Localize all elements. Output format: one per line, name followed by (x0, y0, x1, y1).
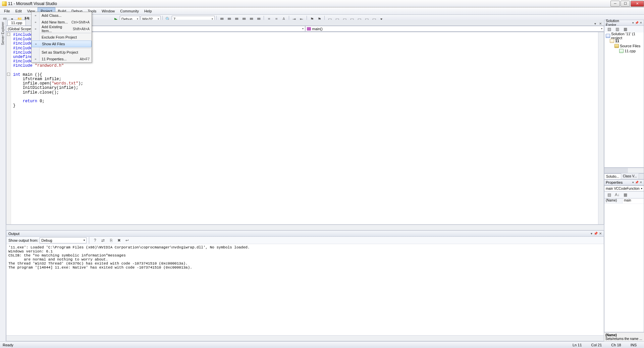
property-value[interactable]: main (623, 198, 644, 204)
panel-pin-icon[interactable]: 📌 (594, 232, 598, 235)
menu-item[interactable]: Exclude From Project (32, 34, 92, 41)
document-tab-strip: 11.cpp ▾ ✕ (6, 20, 604, 26)
output-tool-icon[interactable]: ⇄ (100, 237, 106, 244)
status-insert-mode: INS (626, 343, 641, 347)
panel-close-icon[interactable]: ✕ (640, 21, 642, 24)
properties-title: Properties (606, 180, 623, 184)
se-tool-icon[interactable]: ▦ (622, 26, 629, 33)
title-bar: 11 - Microsoft Visual Studio ─ ☐ ✕ (0, 0, 644, 7)
status-char: Ch 18 (606, 343, 626, 347)
solution-explorer-toolbar: ▤ ▥ ▦ (604, 26, 644, 33)
menu-community[interactable]: Community (117, 7, 142, 14)
folder-icon (614, 44, 619, 48)
toolbar-separator (89, 237, 89, 244)
horizontal-scrollbar[interactable] (6, 225, 604, 230)
newitem-icon: ▫ (33, 19, 38, 25)
output-panel: Output ▾ 📌 ✕ Show output from: Debug▾ ? … (6, 230, 604, 341)
code-editor[interactable]: - - #include #include #include #include … (6, 32, 604, 225)
se-tool-icon[interactable]: ▤ (606, 26, 612, 33)
menu-bar: FileEditViewProjectBuildDebugToolsWindow… (0, 7, 644, 15)
output-wrap-icon[interactable]: ↩ (124, 237, 130, 244)
project-menu-dropdown: ▫Add Class...▫Add New Item...Ctrl+Shift+… (31, 12, 92, 63)
menu-item[interactable]: ▫Show All Files (32, 41, 92, 47)
panel-dropdown-icon[interactable]: ▾ (591, 232, 592, 235)
alpha-icon[interactable]: A↓ (614, 191, 621, 198)
outline-collapse-icon[interactable]: - (7, 33, 10, 36)
properties-desc-title: (Name) (605, 333, 643, 337)
minimize-button[interactable]: ─ (610, 1, 620, 7)
code-text[interactable]: #include #include #include #include #inc… (11, 32, 598, 224)
right-dock: Solution Explor... ▾📌✕ ▤ ▥ ▦ Solution '1… (604, 20, 644, 341)
prop-pages-icon[interactable]: ▦ (622, 191, 629, 198)
indicator-margin: - - (6, 32, 11, 224)
properties-toolbar: ▤ A↓ ▦ (604, 191, 644, 198)
outline-collapse-icon[interactable]: - (7, 73, 10, 76)
properties-desc-text: Sets/returns the name ... (605, 337, 643, 341)
right-tab-strip: Solutio... Class V... (604, 173, 644, 179)
panel-close-icon[interactable]: ✕ (599, 232, 602, 235)
menu-item[interactable]: ▫Add Class... (32, 12, 92, 19)
output-tool-icon[interactable]: ? (92, 237, 98, 244)
folder-node[interactable]: Source Files (605, 43, 643, 48)
output-header: Output ▾ 📌 ✕ (6, 231, 604, 237)
maximize-button[interactable]: ☐ (621, 1, 630, 7)
status-column: Col 21 (587, 343, 607, 347)
show-output-label: Show output from: (8, 238, 38, 242)
output-toolbar: Show output from: Debug▾ ? ⇄ ⎘ ✖ ↩ (6, 237, 604, 244)
left-sidebar: Server Explorer (0, 20, 6, 341)
navigation-bar: (Global Scope)▾ main()▾ (6, 26, 604, 32)
se-tool-icon[interactable]: ▥ (614, 26, 621, 33)
properties-description: (Name) Sets/returns the name ... (604, 332, 644, 341)
tab-class-view[interactable]: Class V... (621, 173, 639, 179)
solution-icon (606, 34, 610, 38)
member-dropdown[interactable]: main()▾ (305, 26, 604, 32)
status-bar: Ready Ln 11 Col 21 Ch 18 INS (0, 341, 644, 348)
tab-close-icon[interactable]: ✕ (598, 22, 603, 25)
file-node[interactable]: 11.cpp (605, 48, 643, 53)
server-explorer-tab[interactable]: Server Explorer (1, 22, 5, 45)
menu-window[interactable]: Window (99, 7, 117, 14)
solution-explorer-tree[interactable]: Solution '11' (1 project 11 Source Files… (604, 33, 644, 168)
close-button[interactable]: ✕ (631, 1, 644, 7)
panel-dropdown-icon[interactable]: ▾ (632, 21, 634, 24)
property-row[interactable]: (Name) main (604, 198, 644, 204)
output-horizontal-scrollbar[interactable] (6, 335, 604, 341)
tab-dropdown-icon[interactable]: ▾ (593, 22, 597, 25)
cpp-file-icon (619, 49, 624, 53)
app-icon (2, 1, 7, 6)
properties-object-selector[interactable]: main VCCodeFunction▾ (604, 185, 644, 191)
document-tab[interactable]: 11.cpp (7, 20, 26, 25)
properties-header: Properties ▾📌✕ (604, 179, 644, 185)
menu-help[interactable]: Help (142, 7, 155, 14)
solution-explorer-header: Solution Explor... ▾📌✕ (604, 20, 644, 26)
method-icon (307, 27, 311, 31)
class-icon: ▫ (33, 13, 38, 18)
vertical-scrollbar[interactable] (598, 32, 604, 224)
output-tool-icon[interactable]: ⎘ (108, 237, 114, 244)
existitem-icon: ▫ (33, 26, 38, 32)
categorized-icon[interactable]: ▤ (606, 191, 612, 198)
menu-item[interactable]: ▫Add Existing Item...Shift+Alt+A (32, 25, 92, 32)
properties-grid[interactable]: (Name) main (604, 198, 644, 332)
panel-dropdown-icon[interactable]: ▾ (632, 181, 634, 184)
se-horizontal-scrollbar[interactable] (604, 168, 644, 173)
props-icon: ▫ (33, 56, 38, 62)
menu-edit[interactable]: Edit (13, 7, 24, 14)
output-title: Output (8, 232, 19, 236)
menu-item[interactable]: ▫11 Properties...Alt+F7 (32, 56, 92, 62)
status-ready: Ready (3, 343, 13, 347)
panel-close-icon[interactable]: ✕ (640, 181, 642, 184)
panel-pin-icon[interactable]: 📌 (635, 181, 639, 184)
output-text[interactable]: '11.exe': Loaded 'C:\Program Files (x86)… (6, 244, 604, 341)
menu-item[interactable]: ▫Add New Item...Ctrl+Shift+A (32, 19, 92, 25)
solution-node[interactable]: Solution '11' (1 project (605, 33, 643, 38)
menu-file[interactable]: File (1, 7, 13, 14)
output-source-dropdown[interactable]: Debug▾ (40, 237, 87, 243)
tab-solution-explorer[interactable]: Solutio... (604, 173, 621, 179)
output-clear-icon[interactable]: ✖ (116, 237, 122, 244)
property-name: (Name) (604, 198, 623, 204)
showall-icon: ▫ (33, 41, 39, 47)
panel-pin-icon[interactable]: 📌 (635, 21, 639, 24)
window-title: 11 - Microsoft Visual Studio (8, 1, 610, 6)
menu-item[interactable]: Set as StartUp Project (32, 49, 92, 56)
